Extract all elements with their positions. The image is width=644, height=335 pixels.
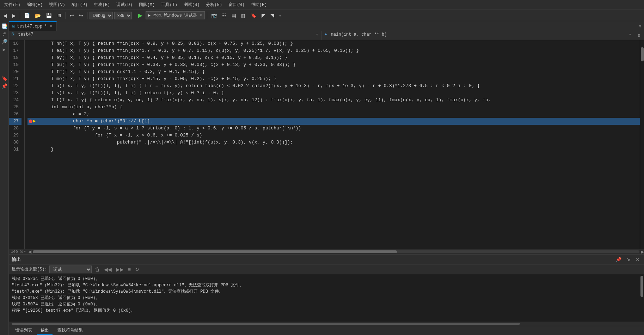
line-number: 21 (9, 75, 22, 83)
code-line[interactable]: T s(T x, T y, T(*f)(T, T), T i) { return… (27, 90, 640, 97)
save-btn[interactable]: 💾 (44, 12, 54, 19)
line-number: 18 (9, 54, 22, 61)
menu-window[interactable]: 窗口(W) (226, 1, 247, 9)
sidebar-bookmark-icon[interactable]: 🔖 (1, 75, 8, 82)
scope-selector[interactable]: ⎘ test47 ▿ (9, 31, 322, 40)
output-toolbar-btn2[interactable]: ▶▶ (115, 266, 125, 273)
code-line[interactable]: T fr(T x, T y) { return c(x*1.1 - 0.3, y… (27, 68, 640, 75)
editor-area[interactable]: 16171819202122232425262728293031 T nh(T … (9, 40, 644, 249)
debug-mode-select[interactable]: Debug (90, 12, 113, 19)
tab-output[interactable]: 输出 (37, 326, 53, 335)
line-number: 28 (9, 125, 22, 132)
output-toolbar-btn4[interactable]: ↻ (134, 266, 140, 273)
code-line[interactable]: T mo(T x, T y) { return fmax(c(x + 0.15,… (27, 75, 640, 83)
toolbar-btn-h[interactable]: ◦ (277, 12, 283, 19)
output-pin-btn[interactable]: 📌 (614, 256, 623, 263)
tab-scroll-right[interactable]: ▿ (636, 21, 644, 31)
menu-team[interactable]: 团队(M) (136, 1, 158, 9)
output-float-btn[interactable]: ⇲ (625, 256, 632, 263)
zoom-down-arrow[interactable]: ▿ (24, 249, 26, 254)
toolbar-btn-c[interactable]: ▤ (230, 12, 238, 19)
tab-close-btn[interactable]: × (49, 24, 53, 29)
code-line[interactable]: T pu(T x, T y) { return fmin(c(x + 0.38,… (27, 61, 640, 68)
menu-project[interactable]: 项目(P) (69, 1, 91, 9)
content-area: ⎘ test47.cpp * × ▿ ⎘ test47 ▿ ● main(int… (9, 21, 644, 335)
output-source-select[interactable]: 调试 (49, 266, 92, 273)
sidebar-search-icon[interactable]: 🔎 (1, 38, 8, 45)
line-number: 17 (9, 47, 22, 54)
code-line[interactable]: for (T y = -1, s = a > 1 ? strtod(p, 0) … (27, 125, 640, 132)
line-number: 22 (9, 83, 22, 90)
toolbar-btn-f[interactable]: ◤ (260, 12, 267, 19)
toolbar-btn-e[interactable]: 🔖 (249, 12, 258, 19)
save-all-btn[interactable]: 🗏 (55, 12, 63, 19)
menu-view[interactable]: 视图(V) (46, 1, 68, 9)
menu-file[interactable]: 文件(F) (1, 1, 23, 9)
code-line[interactable]: T ea(T x, T y) { return fmin(c(x*1.7 + 0… (27, 47, 640, 54)
v-scroll-thumb[interactable] (641, 47, 644, 61)
output-close-btn[interactable]: ✕ (634, 256, 641, 263)
code-line[interactable]: T o(T x, T y, T(*f)(T, T), T i) { T r = … (27, 83, 640, 90)
code-line[interactable]: a = 2; (27, 111, 640, 118)
code-line[interactable]: for (T x = -1, x < 0.6, x += 0.025 / s) (27, 132, 640, 139)
output-line: 线程 0x5074 已退出, 返回值为 0 (0x0)。 (12, 301, 637, 307)
code-line[interactable]: int main(int a, char**b) { (27, 104, 640, 111)
undo-btn[interactable]: ↩ (68, 12, 76, 19)
output-content[interactable]: 线程 0x52ac 已退出, 返回值为 0 (0x0)。"test47.exe"… (9, 274, 640, 322)
sidebar-git-icon[interactable]: ☍ (1, 31, 8, 38)
toolbar-btn-a[interactable]: 📷 (209, 12, 219, 19)
run-button[interactable]: ▶ (136, 11, 144, 19)
output-bottom-scrollbar (9, 322, 644, 326)
sep1 (20, 12, 20, 19)
sidebar-pin-icon[interactable]: 📌 (1, 83, 8, 90)
h-scroll-thumb (33, 250, 397, 253)
code-line[interactable]: putchar(" .|/=\\|/=\\| @!"[(int)f(u(x, y… (27, 139, 640, 146)
code-line[interactable]: T nh(T x, T y) { return fmin(c(x + 0.9, … (27, 40, 640, 47)
line-number: 19 (9, 61, 22, 68)
code-line[interactable]: T f(T x, T y) { return o(x, y, no, 1) ? … (27, 97, 640, 104)
open-btn[interactable]: 📂 (33, 12, 43, 19)
menu-test[interactable]: 测试(S) (181, 1, 203, 9)
h-scroll-right-btn[interactable]: ▶ (641, 249, 644, 254)
run-label[interactable]: ▶ 本地 Windows 调试器 ▾ (146, 11, 205, 19)
tab-find-symbols[interactable]: 查找符号结果 (54, 326, 86, 335)
scope-label: test47 (18, 32, 33, 37)
back-btn[interactable]: ◀ (1, 12, 9, 19)
h-scroll-left-btn[interactable]: ◀ (28, 249, 31, 254)
sidebar-solution-icon[interactable]: 📑 (1, 23, 8, 30)
func-selector[interactable]: ● main(int a, char ** b) ▿ (322, 31, 634, 40)
code-line[interactable]: } (27, 146, 640, 153)
toolbar-btn-g[interactable]: ◥ (269, 12, 276, 19)
sep4 (134, 12, 134, 19)
menu-edit[interactable]: 编辑(E) (24, 1, 46, 9)
code-lines[interactable]: T nh(T x, T y) { return fmin(c(x + 0.9, … (25, 40, 640, 249)
toolbar-btn-b[interactable]: ☷ (220, 12, 228, 19)
output-right-scrollbar[interactable] (640, 274, 644, 322)
h-scroll-track[interactable] (33, 250, 639, 253)
sep2 (66, 12, 66, 19)
forward-btn[interactable]: ▶ (10, 12, 18, 19)
tab-error-list[interactable]: 错误列表 (12, 326, 36, 335)
code-line[interactable]: ▶ char *p = (char*)"3";// b[1]. (27, 118, 640, 125)
new-file-btn[interactable]: 📄 (22, 12, 32, 19)
menu-tools[interactable]: 工具(T) (158, 1, 180, 9)
output-clear-btn[interactable]: 🗑 (94, 266, 101, 273)
menu-debug[interactable]: 调试(D) (114, 1, 135, 9)
arch-select[interactable]: x86 (114, 12, 132, 19)
editor-tab[interactable]: ⎘ test47.cpp * × (9, 21, 57, 31)
menu-help[interactable]: 帮助(H) (248, 1, 270, 9)
output-toolbar-btn1[interactable]: ◀◀ (103, 266, 113, 273)
output-source-label: 显示输出来源(S): (12, 266, 47, 272)
toolbar-btn-d[interactable]: ▥ (239, 12, 247, 19)
code-line[interactable]: T ey(T x, T y) { return fmin(c(x + 0.4, … (27, 54, 640, 61)
split-btn[interactable]: ⇕ (636, 32, 642, 39)
sidebar-run-icon[interactable]: ▶ (1, 46, 8, 53)
menu-analyze[interactable]: 分析(N) (203, 1, 225, 9)
output-toolbar-btn3[interactable]: ≡ (127, 266, 132, 273)
bottom-tabs: 错误列表 输出 查找符号结果 (9, 326, 644, 335)
output-v-scroll-thumb[interactable] (640, 276, 643, 297)
editor-right-scrollbar[interactable] (640, 40, 644, 249)
menu-build[interactable]: 生成(B) (91, 1, 113, 9)
func-icon: ● (325, 32, 327, 37)
redo-btn[interactable]: ↪ (77, 12, 85, 19)
